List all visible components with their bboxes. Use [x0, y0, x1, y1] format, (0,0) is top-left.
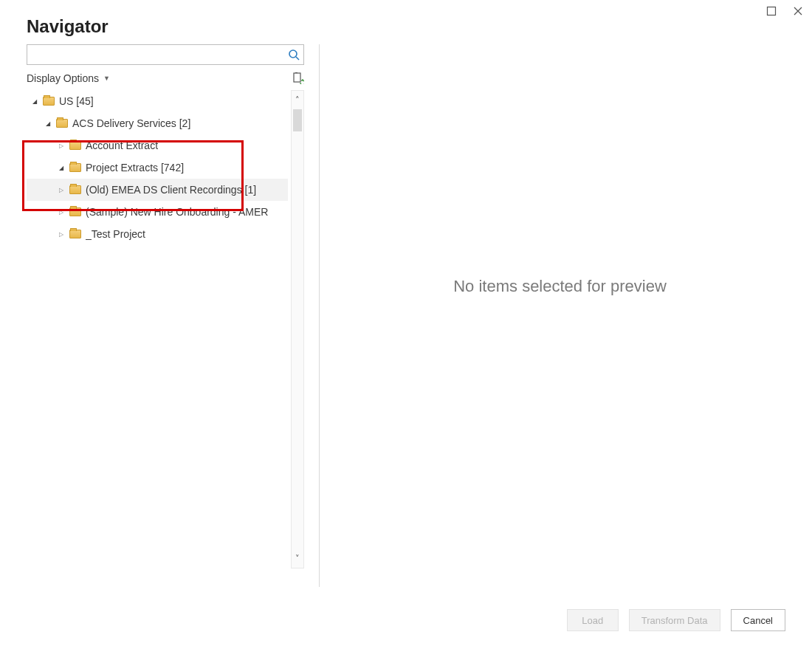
- display-options-label: Display Options: [27, 72, 99, 84]
- expand-icon[interactable]: ▷: [58, 142, 65, 149]
- tree-item-label: Project Extracts [742]: [86, 162, 184, 173]
- expand-icon[interactable]: ▷: [58, 187, 65, 193]
- transform-data-button[interactable]: Transform Data: [629, 609, 720, 631]
- scroll-thumb[interactable]: [293, 109, 302, 131]
- close-button[interactable]: [793, 6, 803, 16]
- scroll-down-arrow[interactable]: ˅: [295, 549, 300, 568]
- tree-row[interactable]: ▷Account Extract: [27, 134, 288, 157]
- folder-icon: [43, 97, 55, 106]
- tree-row[interactable]: ▷(Sample) New Hire Onboarding - AMER: [27, 201, 288, 223]
- tree-item-label: ACS Delivery Services [2]: [72, 117, 190, 129]
- chevron-down-icon: ▼: [103, 75, 110, 82]
- cancel-button[interactable]: Cancel: [731, 609, 785, 631]
- left-pane: Display Options ▼ ◢US [45]◢ACS Delivery …: [27, 44, 304, 587]
- display-options-dropdown[interactable]: Display Options ▼: [27, 72, 110, 84]
- folder-tree[interactable]: ◢US [45]◢ACS Delivery Services [2]▷Accou…: [27, 90, 288, 587]
- folder-icon: [69, 207, 81, 216]
- svg-rect-0: [768, 7, 776, 16]
- options-row: Display Options ▼: [27, 72, 304, 84]
- expand-icon[interactable]: ▷: [58, 231, 65, 238]
- navigator-window: Navigator Display Options ▼: [0, 0, 812, 646]
- tree-item-label: (Sample) New Hire Onboarding - AMER: [86, 206, 268, 218]
- page-title: Navigator: [27, 16, 785, 37]
- square-icon: [766, 6, 777, 16]
- collapse-icon[interactable]: ◢: [44, 120, 52, 127]
- close-icon: [793, 6, 803, 16]
- collapse-icon[interactable]: ◢: [58, 165, 65, 171]
- scroll-track[interactable]: [292, 109, 303, 549]
- expand-icon[interactable]: ▷: [58, 209, 65, 216]
- body: Display Options ▼ ◢US [45]◢ACS Delivery …: [0, 44, 812, 596]
- load-button[interactable]: Load: [567, 609, 619, 631]
- window-controls: [766, 6, 803, 16]
- tree-item-label: Account Extract: [86, 140, 158, 151]
- svg-rect-3: [294, 73, 300, 82]
- tree-row[interactable]: ◢ACS Delivery Services [2]: [27, 112, 288, 134]
- refresh-icon[interactable]: [292, 72, 304, 84]
- folder-icon: [69, 185, 81, 194]
- footer: Load Transform Data Cancel: [0, 596, 812, 646]
- tree-item-label: _Test Project: [86, 228, 145, 240]
- search-row: [27, 44, 304, 65]
- tree-wrapper: ◢US [45]◢ACS Delivery Services [2]▷Accou…: [27, 90, 304, 587]
- tree-item-label: US [45]: [59, 95, 94, 107]
- tree-row[interactable]: ◢US [45]: [27, 90, 288, 112]
- header: Navigator: [0, 0, 812, 44]
- tree-item-label: (Old) EMEA DS Client Recordings [1]: [86, 184, 256, 196]
- tree-scrollbar[interactable]: ˄ ˅: [291, 90, 304, 568]
- folder-icon: [69, 230, 81, 238]
- tree-row[interactable]: ▷(Old) EMEA DS Client Recordings [1]: [27, 179, 288, 201]
- vertical-divider: [319, 44, 320, 587]
- folder-icon: [56, 119, 68, 128]
- search-input[interactable]: [27, 44, 304, 65]
- tree-row[interactable]: ◢Project Extracts [742]: [27, 157, 288, 179]
- preview-pane: No items selected for preview: [334, 44, 785, 587]
- collapse-icon[interactable]: ◢: [31, 98, 38, 105]
- scroll-up-arrow[interactable]: ˄: [295, 91, 300, 109]
- preview-empty-message: No items selected for preview: [453, 277, 667, 296]
- tree-row[interactable]: ▷_Test Project: [27, 223, 288, 245]
- maximize-button[interactable]: [766, 6, 777, 16]
- folder-icon: [69, 163, 81, 172]
- folder-icon: [69, 141, 81, 150]
